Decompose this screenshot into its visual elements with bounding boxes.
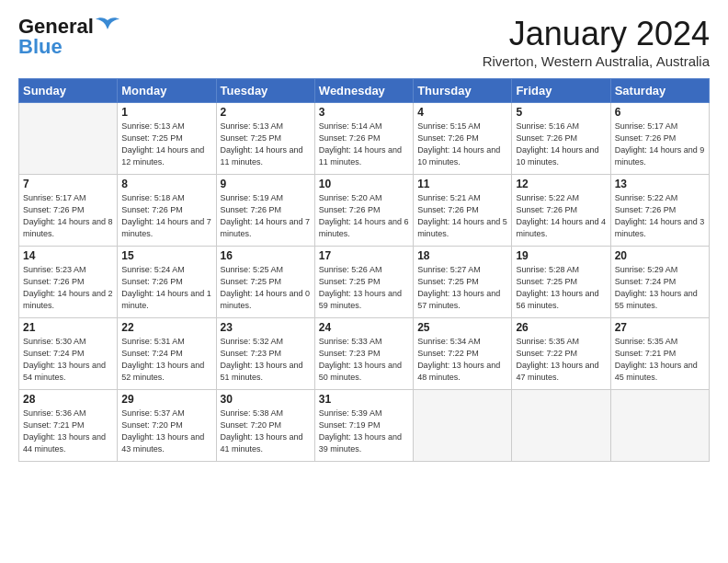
day-number: 30 [221, 393, 311, 406]
month-title: January 2024 [483, 15, 710, 53]
calendar-cell: 31Sunrise: 5:39 AMSunset: 7:19 PMDayligh… [314, 390, 413, 462]
day-number: 10 [319, 178, 409, 190]
calendar-cell: 6Sunrise: 5:17 AMSunset: 7:26 PMDaylight… [610, 103, 709, 175]
day-number: 13 [615, 178, 705, 190]
day-info: Sunrise: 5:34 AMSunset: 7:22 PMDaylight:… [417, 336, 507, 384]
header: General Blue January 2024 Riverton, West… [18, 15, 710, 69]
day-number: 20 [615, 249, 705, 262]
day-info: Sunrise: 5:26 AMSunset: 7:25 PMDaylight:… [319, 264, 409, 312]
calendar-cell: 22Sunrise: 5:31 AMSunset: 7:24 PMDayligh… [118, 318, 216, 390]
calendar-cell: 20Sunrise: 5:29 AMSunset: 7:24 PMDayligh… [610, 247, 709, 318]
day-info: Sunrise: 5:27 AMSunset: 7:25 PMDaylight:… [417, 264, 507, 312]
day-info: Sunrise: 5:22 AMSunset: 7:26 PMDaylight:… [615, 192, 705, 240]
calendar-week-row: 14Sunrise: 5:23 AMSunset: 7:26 PMDayligh… [19, 247, 710, 318]
calendar-cell: 11Sunrise: 5:21 AMSunset: 7:26 PMDayligh… [414, 175, 512, 247]
day-number: 28 [23, 393, 113, 406]
calendar-cell: 12Sunrise: 5:22 AMSunset: 7:26 PMDayligh… [512, 175, 610, 247]
day-number: 19 [516, 249, 606, 262]
calendar-cell [19, 103, 118, 175]
calendar-cell: 27Sunrise: 5:35 AMSunset: 7:21 PMDayligh… [610, 318, 709, 390]
day-info: Sunrise: 5:36 AMSunset: 7:21 PMDaylight:… [23, 408, 113, 455]
day-number: 9 [221, 178, 311, 190]
day-number: 5 [516, 106, 606, 119]
logo-bird-icon [96, 17, 119, 37]
calendar-cell: 9Sunrise: 5:19 AMSunset: 7:26 PMDaylight… [216, 175, 314, 247]
day-number: 31 [319, 393, 409, 406]
day-number: 17 [319, 249, 409, 262]
calendar-week-row: 28Sunrise: 5:36 AMSunset: 7:21 PMDayligh… [19, 390, 710, 462]
day-info: Sunrise: 5:31 AMSunset: 7:24 PMDaylight:… [121, 336, 211, 384]
calendar-cell: 21Sunrise: 5:30 AMSunset: 7:24 PMDayligh… [19, 318, 118, 390]
calendar-cell: 15Sunrise: 5:24 AMSunset: 7:26 PMDayligh… [118, 247, 216, 318]
day-info: Sunrise: 5:32 AMSunset: 7:23 PMDaylight:… [221, 336, 311, 384]
day-info: Sunrise: 5:20 AMSunset: 7:26 PMDaylight:… [319, 192, 409, 240]
col-header-thursday: Thursday [414, 79, 512, 103]
day-info: Sunrise: 5:13 AMSunset: 7:25 PMDaylight:… [121, 121, 211, 168]
day-info: Sunrise: 5:35 AMSunset: 7:22 PMDaylight:… [516, 336, 606, 384]
calendar-week-row: 1Sunrise: 5:13 AMSunset: 7:25 PMDaylight… [19, 103, 710, 175]
calendar-cell: 30Sunrise: 5:38 AMSunset: 7:20 PMDayligh… [216, 390, 314, 462]
day-info: Sunrise: 5:22 AMSunset: 7:26 PMDaylight:… [516, 192, 606, 240]
day-info: Sunrise: 5:38 AMSunset: 7:20 PMDaylight:… [221, 408, 311, 455]
day-number: 4 [417, 106, 507, 119]
day-number: 7 [23, 178, 113, 190]
col-header-friday: Friday [512, 79, 610, 103]
day-number: 18 [417, 249, 507, 262]
calendar-cell: 7Sunrise: 5:17 AMSunset: 7:26 PMDaylight… [19, 175, 118, 247]
day-info: Sunrise: 5:17 AMSunset: 7:26 PMDaylight:… [23, 192, 113, 240]
day-number: 25 [417, 321, 507, 334]
day-number: 6 [615, 106, 705, 119]
day-info: Sunrise: 5:35 AMSunset: 7:21 PMDaylight:… [615, 336, 705, 384]
day-number: 24 [319, 321, 409, 334]
day-info: Sunrise: 5:23 AMSunset: 7:26 PMDaylight:… [23, 264, 113, 312]
day-number: 15 [121, 249, 211, 262]
calendar-cell: 28Sunrise: 5:36 AMSunset: 7:21 PMDayligh… [19, 390, 118, 462]
calendar-cell: 18Sunrise: 5:27 AMSunset: 7:25 PMDayligh… [414, 247, 512, 318]
calendar-cell: 5Sunrise: 5:16 AMSunset: 7:26 PMDaylight… [512, 103, 610, 175]
day-number: 12 [516, 178, 606, 190]
day-info: Sunrise: 5:16 AMSunset: 7:26 PMDaylight:… [516, 121, 606, 168]
day-info: Sunrise: 5:29 AMSunset: 7:24 PMDaylight:… [615, 264, 705, 312]
calendar-cell: 2Sunrise: 5:13 AMSunset: 7:25 PMDaylight… [216, 103, 314, 175]
calendar-cell: 19Sunrise: 5:28 AMSunset: 7:25 PMDayligh… [512, 247, 610, 318]
day-number: 8 [121, 178, 211, 190]
day-number: 21 [23, 321, 113, 334]
calendar-cell: 29Sunrise: 5:37 AMSunset: 7:20 PMDayligh… [118, 390, 216, 462]
day-number: 14 [23, 249, 113, 262]
day-info: Sunrise: 5:25 AMSunset: 7:25 PMDaylight:… [221, 264, 311, 312]
calendar-cell: 13Sunrise: 5:22 AMSunset: 7:26 PMDayligh… [610, 175, 709, 247]
calendar-week-row: 21Sunrise: 5:30 AMSunset: 7:24 PMDayligh… [19, 318, 710, 390]
day-info: Sunrise: 5:13 AMSunset: 7:25 PMDaylight:… [221, 121, 311, 168]
col-header-tuesday: Tuesday [216, 79, 314, 103]
day-info: Sunrise: 5:30 AMSunset: 7:24 PMDaylight:… [23, 336, 113, 384]
day-info: Sunrise: 5:24 AMSunset: 7:26 PMDaylight:… [121, 264, 211, 312]
calendar-week-row: 7Sunrise: 5:17 AMSunset: 7:26 PMDaylight… [19, 175, 710, 247]
calendar-cell [610, 390, 709, 462]
logo: General Blue [18, 15, 119, 59]
calendar-cell [414, 390, 512, 462]
day-number: 29 [121, 393, 211, 406]
day-number: 26 [516, 321, 606, 334]
day-info: Sunrise: 5:19 AMSunset: 7:26 PMDaylight:… [221, 192, 311, 240]
day-number: 11 [417, 178, 507, 190]
day-info: Sunrise: 5:33 AMSunset: 7:23 PMDaylight:… [319, 336, 409, 384]
day-info: Sunrise: 5:17 AMSunset: 7:26 PMDaylight:… [615, 121, 705, 168]
calendar-cell: 14Sunrise: 5:23 AMSunset: 7:26 PMDayligh… [19, 247, 118, 318]
day-number: 2 [221, 106, 311, 119]
col-header-monday: Monday [118, 79, 216, 103]
day-number: 22 [121, 321, 211, 334]
calendar-cell: 26Sunrise: 5:35 AMSunset: 7:22 PMDayligh… [512, 318, 610, 390]
col-header-saturday: Saturday [610, 79, 709, 103]
page: General Blue January 2024 Riverton, West… [0, 0, 728, 471]
col-header-sunday: Sunday [19, 79, 118, 103]
calendar-cell: 3Sunrise: 5:14 AMSunset: 7:26 PMDaylight… [314, 103, 413, 175]
day-number: 3 [319, 106, 409, 119]
calendar-table: SundayMondayTuesdayWednesdayThursdayFrid… [18, 78, 710, 462]
calendar-header-row: SundayMondayTuesdayWednesdayThursdayFrid… [19, 79, 710, 103]
day-number: 27 [615, 321, 705, 334]
day-info: Sunrise: 5:18 AMSunset: 7:26 PMDaylight:… [121, 192, 211, 240]
calendar-cell: 25Sunrise: 5:34 AMSunset: 7:22 PMDayligh… [414, 318, 512, 390]
calendar-cell: 23Sunrise: 5:32 AMSunset: 7:23 PMDayligh… [216, 318, 314, 390]
day-info: Sunrise: 5:14 AMSunset: 7:26 PMDaylight:… [319, 121, 409, 168]
col-header-wednesday: Wednesday [314, 79, 413, 103]
